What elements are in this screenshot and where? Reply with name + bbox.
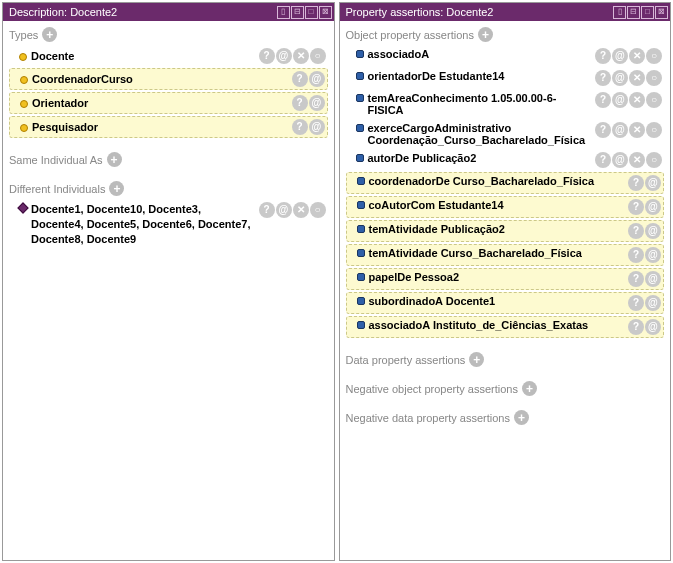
diff-section-header: Different Individuals + xyxy=(9,181,328,196)
ring-icon[interactable]: ○ xyxy=(310,202,326,218)
explain-icon[interactable]: @ xyxy=(612,152,628,168)
help-icon[interactable]: ? xyxy=(628,271,644,287)
obj-prop-entry[interactable]: temAtividade Publicação2?@ xyxy=(346,220,665,242)
explain-icon[interactable]: @ xyxy=(276,202,292,218)
help-icon[interactable]: ? xyxy=(595,92,611,108)
explain-icon[interactable]: @ xyxy=(309,71,325,87)
obj-prop-value: Estudante14 xyxy=(438,199,503,211)
obj-prop-entry[interactable]: associadoA?@✕○ xyxy=(346,46,665,66)
help-icon[interactable]: ? xyxy=(628,319,644,335)
panel-close-icon[interactable]: ⊠ xyxy=(655,6,668,19)
obj-prop-value: Publicação2 xyxy=(412,152,476,164)
help-icon[interactable]: ? xyxy=(595,48,611,64)
obj-prop-entry[interactable]: orientadorDe Estudante14?@✕○ xyxy=(346,68,665,88)
explain-icon[interactable]: @ xyxy=(645,247,661,263)
help-icon[interactable]: ? xyxy=(595,152,611,168)
obj-prop-name: associadoA xyxy=(369,319,430,331)
explain-icon[interactable]: @ xyxy=(309,95,325,111)
help-icon[interactable]: ? xyxy=(628,199,644,215)
help-icon[interactable]: ? xyxy=(259,48,275,64)
delete-icon[interactable]: ✕ xyxy=(629,48,645,64)
ring-icon[interactable]: ○ xyxy=(646,122,662,138)
obj-prop-name: subordinadoA xyxy=(369,295,443,307)
help-icon[interactable]: ? xyxy=(595,70,611,86)
type-entry[interactable]: Docente?@✕○ xyxy=(9,46,328,66)
ring-icon[interactable]: ○ xyxy=(310,48,326,64)
object-property-icon xyxy=(357,249,365,257)
explain-icon[interactable]: @ xyxy=(276,48,292,64)
explain-icon[interactable]: @ xyxy=(645,199,661,215)
object-property-icon xyxy=(356,94,364,102)
same-add-button[interactable]: + xyxy=(107,152,122,167)
explain-icon[interactable]: @ xyxy=(612,122,628,138)
data-prop-add-button[interactable]: + xyxy=(469,352,484,367)
ring-icon[interactable]: ○ xyxy=(646,48,662,64)
explain-icon[interactable]: @ xyxy=(612,92,628,108)
delete-icon[interactable]: ✕ xyxy=(629,92,645,108)
help-icon[interactable]: ? xyxy=(595,122,611,138)
help-icon[interactable]: ? xyxy=(292,119,308,135)
neg-obj-add-button[interactable]: + xyxy=(522,381,537,396)
help-icon[interactable]: ? xyxy=(628,295,644,311)
obj-prop-entry[interactable]: autorDe Publicação2?@✕○ xyxy=(346,150,665,170)
explain-icon[interactable]: @ xyxy=(612,70,628,86)
class-icon xyxy=(19,53,27,61)
entry-actions: ?@ xyxy=(628,175,661,191)
help-icon[interactable]: ? xyxy=(259,202,275,218)
help-icon[interactable]: ? xyxy=(292,71,308,87)
help-icon[interactable]: ? xyxy=(628,223,644,239)
panel-view3-icon[interactable]: □ xyxy=(641,6,654,19)
obj-prop-entry[interactable]: temAtividade Curso_Bacharelado_Física?@ xyxy=(346,244,665,266)
delete-icon[interactable]: ✕ xyxy=(629,122,645,138)
entry-actions: ?@ xyxy=(628,199,661,215)
diff-entry[interactable]: Docente1, Docente10, Docente3, Docente4,… xyxy=(9,200,328,249)
explain-icon[interactable]: @ xyxy=(645,223,661,239)
panel-header-icons: ▯ ⊟ □ ⊠ xyxy=(613,6,668,19)
types-add-button[interactable]: + xyxy=(42,27,57,42)
obj-prop-entry[interactable]: coordenadorDe Curso_Bacharelado_Física?@ xyxy=(346,172,665,194)
ring-icon[interactable]: ○ xyxy=(646,92,662,108)
obj-prop-entry[interactable]: subordinadoA Docente1?@ xyxy=(346,292,665,314)
ring-icon[interactable]: ○ xyxy=(646,152,662,168)
delete-icon[interactable]: ✕ xyxy=(293,48,309,64)
explain-icon[interactable]: @ xyxy=(645,319,661,335)
type-entry[interactable]: Orientador?@ xyxy=(9,92,328,114)
help-icon[interactable]: ? xyxy=(292,95,308,111)
delete-icon[interactable]: ✕ xyxy=(629,152,645,168)
obj-prop-entry[interactable]: temAreaConhecimento 1.05.00.00-6-FISICA?… xyxy=(346,90,665,118)
object-property-icon xyxy=(356,154,364,162)
object-property-icon xyxy=(357,273,365,281)
explain-icon[interactable]: @ xyxy=(645,175,661,191)
diff-add-button[interactable]: + xyxy=(109,181,124,196)
entry-actions: ?@ xyxy=(292,71,325,87)
obj-prop-name: orientadorDe xyxy=(368,70,436,82)
explain-icon[interactable]: @ xyxy=(645,271,661,287)
panel-view2-icon[interactable]: ⊟ xyxy=(627,6,640,19)
help-icon[interactable]: ? xyxy=(628,247,644,263)
explain-icon[interactable]: @ xyxy=(612,48,628,64)
neg-data-add-button[interactable]: + xyxy=(514,410,529,425)
obj-prop-entry[interactable]: coAutorCom Estudante14?@ xyxy=(346,196,665,218)
obj-prop-entry[interactable]: associadoA Instituto_de_Ciências_Exatas?… xyxy=(346,316,665,338)
panel-close-icon[interactable]: ⊠ xyxy=(319,6,332,19)
panel-view2-icon[interactable]: ⊟ xyxy=(291,6,304,19)
type-entry-text: Orientador xyxy=(32,97,288,109)
delete-icon[interactable]: ✕ xyxy=(629,70,645,86)
type-entry[interactable]: Pesquisador?@ xyxy=(9,116,328,138)
panel-view1-icon[interactable]: ▯ xyxy=(613,6,626,19)
obj-prop-entry-text: associadoA xyxy=(368,48,592,60)
obj-prop-entry[interactable]: exerceCargoAdministrativo Coordenação_Cu… xyxy=(346,120,665,148)
obj-prop-entry[interactable]: papelDe Pessoa2?@ xyxy=(346,268,665,290)
explain-icon[interactable]: @ xyxy=(645,295,661,311)
help-icon[interactable]: ? xyxy=(628,175,644,191)
explain-icon[interactable]: @ xyxy=(309,119,325,135)
data-prop-section-header: Data property assertions + xyxy=(346,352,665,367)
delete-icon[interactable]: ✕ xyxy=(293,202,309,218)
entry-actions: ?@ xyxy=(292,95,325,111)
neg-obj-section-header: Negative object property assertions + xyxy=(346,381,665,396)
panel-view1-icon[interactable]: ▯ xyxy=(277,6,290,19)
ring-icon[interactable]: ○ xyxy=(646,70,662,86)
type-entry[interactable]: CoordenadorCurso?@ xyxy=(9,68,328,90)
panel-view3-icon[interactable]: □ xyxy=(305,6,318,19)
obj-prop-add-button[interactable]: + xyxy=(478,27,493,42)
